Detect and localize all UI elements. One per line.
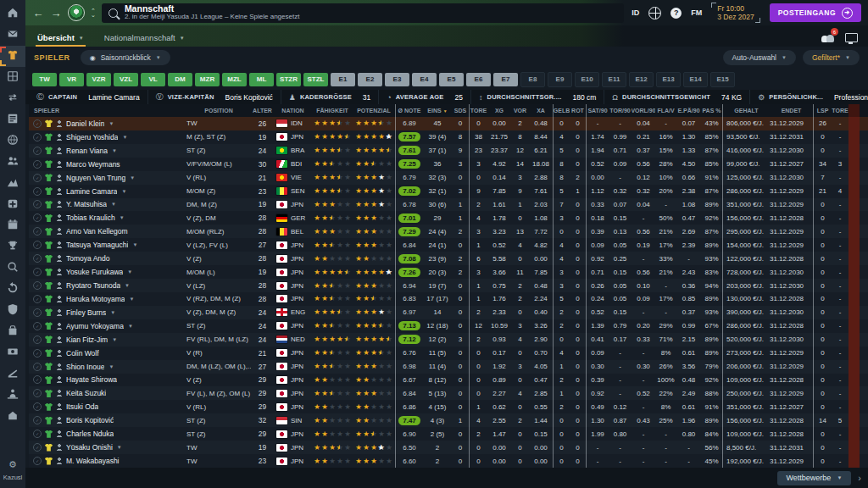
position-filter-stzl[interactable]: STZL xyxy=(303,73,328,86)
position-filter-e11[interactable]: E11 xyxy=(602,72,626,87)
expand-chevron-icon[interactable]: ▼ xyxy=(110,310,115,315)
table-row[interactable]: ✓Nguyen Van Trung▼V (RL)21VIE★★★★★★★★★★★… xyxy=(29,171,868,185)
tab-nationalmannschaft[interactable]: Nationalmannschaft ▼ xyxy=(103,30,186,47)
position-filter-e12[interactable]: E12 xyxy=(629,72,654,87)
filter-dropdown[interactable]: Gefiltert* ▼ xyxy=(803,50,860,65)
club-crest-icon[interactable] xyxy=(68,4,85,21)
player-cell[interactable]: ✓Nguyen Van Trung▼ xyxy=(29,171,186,185)
table-row[interactable]: ✓Yūsaku Onishi▼TW19JPN★★★★★★★★★★★★6.5020… xyxy=(29,441,868,454)
column-header-tor-90[interactable]: TOR/90 xyxy=(609,104,632,117)
player-cell[interactable]: ✓Haruka Motoyama▼ xyxy=(29,292,186,306)
player-cell[interactable]: ✓Keita Suzuki xyxy=(29,386,186,400)
selection-check-icon[interactable]: ✓ xyxy=(33,389,42,397)
player-name[interactable]: Tobias Kraulich xyxy=(66,214,115,222)
monitor-icon[interactable] xyxy=(845,33,858,42)
auto-select-dropdown[interactable]: Auto-Auswahl ▼ xyxy=(723,50,796,65)
player-cell[interactable]: ✓Ayumu Yokoyama▼ xyxy=(29,319,186,333)
table-row[interactable]: ✓Yosuke Furukawa▼M/OM (L)19JPN★★★★★★★★★★… xyxy=(29,265,868,279)
position-filter-stzr[interactable]: STZR xyxy=(276,73,301,86)
sidebar-item-search[interactable] xyxy=(0,258,25,279)
position-filter-e3[interactable]: E3 xyxy=(385,73,409,86)
expand-chevron-icon[interactable]: ▼ xyxy=(122,135,127,140)
player-name[interactable]: Charles Nduka xyxy=(66,430,114,438)
selection-check-icon[interactable]: ✓ xyxy=(33,241,42,249)
player-cell[interactable]: ✓Tomoya Ando xyxy=(29,252,186,265)
player-cell[interactable]: ✓Ryotaro Tsunoda▼ xyxy=(29,279,186,292)
sidebar-item-competitions[interactable] xyxy=(0,236,25,258)
position-filter-e10[interactable]: E10 xyxy=(575,72,599,87)
position-filter-dm[interactable]: DM xyxy=(168,73,192,86)
column-header-potenzial[interactable]: POTENZIAL xyxy=(353,104,395,117)
player-name[interactable]: Marco Weymans xyxy=(66,160,120,169)
expand-chevron-icon[interactable]: ▼ xyxy=(125,283,130,288)
table-row[interactable]: ✓M. WakabayashiTW23JPN★★★★★★★★★★6.602000… xyxy=(29,454,868,468)
selection-check-icon[interactable]: ✓ xyxy=(33,416,42,424)
sidebar-item-medical-centre[interactable] xyxy=(0,194,25,215)
player-name[interactable]: Kian Fitz-Jim xyxy=(66,336,108,344)
selection-check-icon[interactable]: ✓ xyxy=(33,254,42,263)
player-name[interactable]: Arno Van Kellegom xyxy=(66,227,128,236)
player-cell[interactable]: ✓Daniel Klein▼ xyxy=(29,117,186,130)
position-filter-mzr[interactable]: MZR xyxy=(195,73,220,86)
player-cell[interactable]: ✓Colin Wolf xyxy=(29,347,186,360)
sidebar-item-finances[interactable] xyxy=(0,321,25,342)
expand-chevron-icon[interactable]: ▼ xyxy=(112,148,117,153)
selection-check-icon[interactable]: ✓ xyxy=(33,295,42,303)
player-cell[interactable]: ✓M. Wakabayashi xyxy=(29,454,186,468)
column-header-spieler[interactable]: SPIELER xyxy=(29,104,186,117)
sidebar-item-development[interactable] xyxy=(0,363,25,385)
sidebar-item-staff[interactable] xyxy=(0,152,25,173)
table-row[interactable]: ✓Tomoya AndoV (Z)28JPN★★★★★★★★★★7.0823 (… xyxy=(29,252,868,265)
selection-check-icon[interactable]: ✓ xyxy=(33,375,42,384)
selection-check-icon[interactable]: ✓ xyxy=(33,133,42,141)
position-filter-e13[interactable]: E13 xyxy=(656,72,681,87)
column-header-gelb[interactable]: GELB xyxy=(553,104,570,117)
table-row[interactable]: ✓Hayate ShirowaV (Z)29JPN★★★★★★★★★★6.678… xyxy=(29,374,868,387)
sidebar-item-dynamics[interactable] xyxy=(0,173,25,194)
sidebar-item-inbox[interactable] xyxy=(0,25,25,46)
player-cell[interactable]: ✓Boris Kopitović xyxy=(29,413,186,427)
help-icon[interactable]: ? xyxy=(670,8,682,19)
position-filter-vzr[interactable]: VZR xyxy=(86,73,111,86)
selection-check-icon[interactable]: ✓ xyxy=(33,268,42,276)
player-name[interactable]: Renan Viana xyxy=(66,147,108,155)
position-filter-vl[interactable]: VL xyxy=(141,73,165,86)
column-header-tore[interactable]: TORE xyxy=(832,104,849,117)
sidebar-item-training[interactable] xyxy=(0,385,25,406)
player-cell[interactable]: ✓Shion Inoue▼ xyxy=(29,360,186,374)
position-filter-vr[interactable]: VR xyxy=(59,73,84,86)
player-cell[interactable]: ✓Shigeru Yoshida▼ xyxy=(29,130,186,144)
sidebar-item-transfers[interactable] xyxy=(0,88,25,109)
column-header-lsp[interactable]: LSP xyxy=(813,104,832,117)
selection-check-icon[interactable]: ✓ xyxy=(33,227,42,236)
table-row[interactable]: ✓Kian Fitz-Jim▼FV (RL), DM, M (LZ)24NED★… xyxy=(29,333,868,347)
table-row[interactable]: ✓Marco WeymansV/FV/M/OM (L)30BDI★★★★★★★★… xyxy=(29,158,868,171)
selection-check-icon[interactable]: ✓ xyxy=(33,402,42,411)
continue-inbox-button[interactable]: POSTEINGANG ➔ xyxy=(770,3,861,22)
tab-uebersicht[interactable]: Übersicht ▼ xyxy=(36,30,86,47)
id-button[interactable]: ID xyxy=(632,8,639,17)
column-header-endet[interactable]: ENDET xyxy=(770,104,813,117)
player-name[interactable]: Lamine Camara xyxy=(66,187,117,196)
position-filter-e1[interactable]: E1 xyxy=(331,73,355,86)
expand-chevron-icon[interactable]: ▼ xyxy=(108,121,114,126)
table-row[interactable]: ✓Lamine Camara▼M/OM (Z)23SEN★★★★★★★★★★★7… xyxy=(29,185,868,198)
globe-icon[interactable] xyxy=(648,7,661,19)
table-row[interactable]: ✓Finley Burns▼V (Z), DM, M (Z)24ENG★★★★★… xyxy=(29,306,868,319)
column-header-gehalt[interactable]: GEHALT xyxy=(722,104,770,117)
view-selector-dropdown[interactable]: ◉ Saisonrückblick ▼ xyxy=(81,50,170,65)
column-header-e-p-90[interactable]: E.PÄ/90 xyxy=(676,104,701,117)
player-name[interactable]: Tomoya Ando xyxy=(66,254,110,263)
player-cell[interactable]: ✓Tobias Kraulich▼ xyxy=(29,211,186,225)
table-row[interactable]: ✓Arno Van KellegomM/OM (RLZ)28BEL★★★★★★★… xyxy=(29,225,868,238)
column-header-f-higkeit[interactable]: FÄHIGKEIT xyxy=(312,104,353,117)
sidebar-item-home[interactable] xyxy=(0,3,25,25)
sidebar-item-refresh[interactable] xyxy=(0,279,25,300)
selection-check-icon[interactable]: ✓ xyxy=(33,160,42,169)
selection-check-icon[interactable]: ✓ xyxy=(33,430,42,438)
column-header-alter[interactable]: ALTER xyxy=(251,104,274,117)
sidebar-item-squad-report[interactable] xyxy=(0,109,25,130)
selection-check-icon[interactable]: ✓ xyxy=(33,147,42,155)
expand-chevron-icon[interactable]: ▼ xyxy=(108,364,114,369)
table-row[interactable]: ✓Tobias Kraulich▼V (Z), DM28GER★★★★★★★★★… xyxy=(29,211,868,225)
